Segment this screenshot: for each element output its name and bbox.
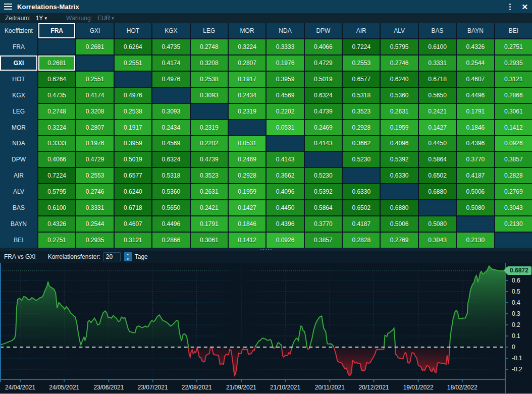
matrix-cell-NDA-BAYN[interactable]: 0.4396 xyxy=(267,216,303,232)
matrix-cell-ALV-GXI[interactable]: 0.2746 xyxy=(381,55,417,71)
close-icon[interactable]: ✕ xyxy=(521,3,528,11)
matrix-cell-NDA-FRA[interactable]: 0.3333 xyxy=(267,39,303,54)
matrix-cell-AIR-ALV[interactable]: 0.6330 xyxy=(343,184,380,199)
matrix-cell-HOT-DPW[interactable]: 0.5019 xyxy=(115,152,151,167)
matrix-cell-ALV-BAYN[interactable]: 0.5006 xyxy=(381,216,417,232)
matrix-cell-LEG-AIR[interactable]: 0.3523 xyxy=(191,168,228,183)
matrix-cell-DPW-KGX[interactable]: 0.6324 xyxy=(305,88,342,103)
row-header-HOT[interactable]: HOT xyxy=(0,72,37,87)
column-header-HOT[interactable]: HOT xyxy=(115,23,151,38)
matrix-cell-LEG-BEI[interactable]: 0.3061 xyxy=(191,233,228,248)
row-header-BAYN[interactable]: BAYN xyxy=(0,216,37,232)
row-header-AIR[interactable]: AIR xyxy=(0,168,37,183)
column-header-AIR[interactable]: AIR xyxy=(343,23,380,38)
matrix-cell-BAYN-MOR[interactable]: 0.1846 xyxy=(457,120,494,135)
matrix-cell-MOR-BAYN[interactable]: 0.1846 xyxy=(229,216,265,232)
matrix-cell-DPW-HOT[interactable]: 0.5019 xyxy=(305,72,342,87)
matrix-cell-BAYN-FRA[interactable]: 0.4326 xyxy=(457,39,494,54)
matrix-cell-DPW-ALV[interactable]: 0.5392 xyxy=(305,184,342,199)
matrix-cell-HOT-AIR[interactable]: 0.6577 xyxy=(115,168,151,183)
column-header-KGX[interactable]: KGX xyxy=(152,23,189,38)
matrix-cell-AIR-NDA[interactable]: 0.3662 xyxy=(343,136,380,151)
matrix-cell-GXI-DPW[interactable]: 0.4729 xyxy=(76,152,113,167)
matrix-cell-DPW-BEI[interactable]: 0.3857 xyxy=(305,233,342,248)
matrix-cell-BEI-AIR[interactable]: 0.2828 xyxy=(495,168,532,183)
matrix-cell-BAS-KGX[interactable]: 0.5650 xyxy=(419,88,456,103)
matrix-cell-LEG-KGX[interactable]: 0.3093 xyxy=(191,88,228,103)
matrix-cell-ALV-MOR[interactable]: 0.1959 xyxy=(381,120,417,135)
matrix-cell-KGX-DPW[interactable]: 0.6324 xyxy=(152,152,189,167)
column-header-BAS[interactable]: BAS xyxy=(419,23,456,38)
timeframe-select[interactable]: 1Y▾ xyxy=(34,15,49,22)
matrix-cell-KGX-AIR[interactable]: 0.5318 xyxy=(152,168,189,183)
column-header-ALV[interactable]: ALV xyxy=(381,23,417,38)
matrix-cell-BAS-HOT[interactable]: 0.6718 xyxy=(419,72,456,87)
matrix-cell-HOT-ALV[interactable]: 0.6240 xyxy=(115,184,151,199)
matrix-cell-KGX-MOR[interactable]: 0.2434 xyxy=(152,120,189,135)
matrix-cell-BAYN-BEI[interactable]: 0.2130 xyxy=(457,233,494,248)
matrix-cell-BAYN-HOT[interactable]: 0.4607 xyxy=(457,72,494,87)
matrix-cell-KGX-NDA[interactable]: 0.4569 xyxy=(152,136,189,151)
matrix-cell-LEG-MOR[interactable]: 0.2319 xyxy=(191,120,228,135)
matrix-cell-ALV-HOT[interactable]: 0.6240 xyxy=(381,72,417,87)
matrix-cell-KGX-BAYN[interactable]: 0.4496 xyxy=(152,216,189,232)
matrix-cell-FRA-LEG[interactable]: 0.2748 xyxy=(38,104,75,119)
matrix-cell-NDA-HOT[interactable]: 0.3959 xyxy=(267,72,303,87)
matrix-cell-BEI-GXI[interactable]: 0.2935 xyxy=(495,55,532,71)
matrix-cell-NDA-KGX[interactable]: 0.4569 xyxy=(267,88,303,103)
matrix-cell-GXI-BAYN[interactable]: 0.2544 xyxy=(76,216,113,232)
matrix-cell-BEI-DPW[interactable]: 0.3857 xyxy=(495,152,532,167)
row-header-ALV[interactable]: ALV xyxy=(0,184,37,199)
matrix-cell-HOT-GXI[interactable]: 0.2551 xyxy=(115,55,151,71)
matrix-cell-BAS-DPW[interactable]: 0.5864 xyxy=(419,152,456,167)
correlation-area-chart[interactable] xyxy=(0,263,505,382)
matrix-cell-ALV-AIR[interactable]: 0.6330 xyxy=(381,168,417,183)
matrix-cell-ALV-BEI[interactable]: 0.2769 xyxy=(381,233,417,248)
matrix-cell-ALV-FRA[interactable]: 0.5795 xyxy=(381,39,417,54)
matrix-cell-MOR-NDA[interactable]: 0.0531 xyxy=(229,136,265,151)
matrix-cell-DPW-MOR[interactable]: 0.2469 xyxy=(305,120,342,135)
matrix-cell-GXI-HOT[interactable]: 0.2551 xyxy=(76,72,113,87)
row-header-BEI[interactable]: BEI xyxy=(0,233,37,248)
matrix-cell-BAS-FRA[interactable]: 0.6100 xyxy=(419,39,456,54)
matrix-cell-FRA-DPW[interactable]: 0.4066 xyxy=(38,152,75,167)
matrix-cell-AIR-DPW[interactable]: 0.5230 xyxy=(343,152,380,167)
matrix-cell-GXI-AIR[interactable]: 0.2553 xyxy=(76,168,113,183)
matrix-cell-NDA-LEG[interactable]: 0.2202 xyxy=(267,104,303,119)
matrix-cell-BAYN-AIR[interactable]: 0.4187 xyxy=(457,168,494,183)
matrix-cell-FRA-BAYN[interactable]: 0.4326 xyxy=(38,216,75,232)
column-header-LEG[interactable]: LEG xyxy=(191,23,228,38)
matrix-cell-BEI-FRA[interactable]: 0.2751 xyxy=(495,39,532,54)
matrix-cell-MOR-FRA[interactable]: 0.3224 xyxy=(229,39,265,54)
column-header-MOR[interactable]: MOR xyxy=(229,23,265,38)
matrix-cell-AIR-GXI[interactable]: 0.2553 xyxy=(343,55,380,71)
matrix-cell-AIR-MOR[interactable]: 0.2928 xyxy=(343,120,380,135)
matrix-cell-KGX-HOT[interactable]: 0.4976 xyxy=(152,72,189,87)
matrix-cell-AIR-KGX[interactable]: 0.5318 xyxy=(343,88,380,103)
matrix-cell-BAS-BEI[interactable]: 0.3043 xyxy=(419,233,456,248)
matrix-cell-MOR-BEI[interactable]: 0.1412 xyxy=(229,233,265,248)
matrix-cell-BAYN-DPW[interactable]: 0.3770 xyxy=(457,152,494,167)
matrix-cell-GXI-FRA[interactable]: 0.2681 xyxy=(76,39,113,54)
matrix-cell-ALV-BAS[interactable]: 0.6880 xyxy=(381,200,417,215)
matrix-cell-BAYN-BAS[interactable]: 0.5080 xyxy=(457,200,494,215)
row-header-BAS[interactable]: BAS xyxy=(0,200,37,215)
matrix-cell-HOT-BAYN[interactable]: 0.4607 xyxy=(115,216,151,232)
row-header-KGX[interactable]: KGX xyxy=(0,88,37,103)
matrix-cell-BEI-NDA[interactable]: 0.0926 xyxy=(495,136,532,151)
matrix-cell-BAS-NDA[interactable]: 0.4450 xyxy=(419,136,456,151)
matrix-cell-BEI-ALV[interactable]: 0.2769 xyxy=(495,184,532,199)
correlation-window-input[interactable] xyxy=(103,252,121,261)
matrix-cell-FRA-NDA[interactable]: 0.3333 xyxy=(38,136,75,151)
matrix-cell-LEG-BAS[interactable]: 0.2421 xyxy=(191,200,228,215)
matrix-cell-HOT-BEI[interactable]: 0.3121 xyxy=(115,233,151,248)
matrix-cell-KGX-GXI[interactable]: 0.4174 xyxy=(152,55,189,71)
row-header-FRA[interactable]: FRA xyxy=(0,39,37,54)
matrix-cell-MOR-BAS[interactable]: 0.1427 xyxy=(229,200,265,215)
matrix-cell-MOR-GXI[interactable]: 0.2807 xyxy=(229,55,265,71)
matrix-cell-ALV-NDA[interactable]: 0.4096 xyxy=(381,136,417,151)
matrix-cell-FRA-BAS[interactable]: 0.6100 xyxy=(38,200,75,215)
matrix-cell-AIR-BAYN[interactable]: 0.4187 xyxy=(343,216,380,232)
stepper-down-icon[interactable]: ▼ xyxy=(124,257,132,262)
matrix-cell-BEI-LEG[interactable]: 0.3061 xyxy=(495,104,532,119)
